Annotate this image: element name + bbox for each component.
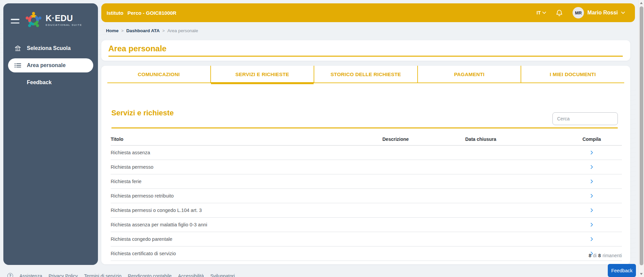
sidebar-item-label: Feedback bbox=[27, 79, 52, 86]
row-title: Richiesta ferie bbox=[111, 179, 382, 184]
app-logo[interactable]: K·EDU EDUCATIONAL SUITE bbox=[25, 11, 82, 29]
breadcrumb-separator: > bbox=[121, 29, 124, 33]
footer-link-privacy-policy[interactable]: Privacy Policy bbox=[49, 273, 78, 277]
breadcrumb: Home > Dashboard ATA > Area personale bbox=[106, 28, 198, 33]
tab-comunicazioni[interactable]: COMUNICAZIONI bbox=[107, 66, 210, 82]
sidebar-item-area-personale[interactable]: Area personale bbox=[8, 58, 93, 72]
table-row: Richiesta assenza per malattia figlio 0-… bbox=[111, 218, 622, 232]
table-row: Richiesta assenza bbox=[111, 146, 622, 160]
row-title: Richiesta assenza per malattia figlio 0-… bbox=[111, 222, 382, 227]
user-name: Mario Rossi bbox=[587, 10, 618, 16]
row-title: Richiesta permessi o congedo L.104 art. … bbox=[111, 208, 382, 213]
pagination-status: 8 di 8 rimanenti bbox=[589, 253, 622, 258]
breadcrumb-home[interactable]: Home bbox=[106, 28, 119, 33]
notifications-bell-icon[interactable] bbox=[555, 9, 563, 17]
footer: ? Assistenza Privacy Policy Termini di s… bbox=[7, 273, 235, 277]
column-data-chiusura: Data chiusura bbox=[465, 136, 561, 142]
section-title: Servizi e richieste bbox=[111, 109, 174, 117]
language-code: IT bbox=[537, 10, 541, 15]
tab-i-miei-documenti[interactable]: I MIEI DOCUMENTI bbox=[521, 66, 624, 82]
page-title-card: Area personale bbox=[101, 40, 630, 61]
feedback-button[interactable]: Feedback bbox=[608, 264, 636, 277]
user-menu[interactable]: MR Mario Rossi bbox=[573, 7, 625, 18]
row-title: Richiesta certificato di servizio bbox=[111, 251, 382, 256]
kedu-logo-icon bbox=[25, 11, 42, 29]
bank-icon bbox=[13, 45, 22, 52]
sidebar: K·EDU EDUCATIONAL SUITE Seleziona Scuola bbox=[3, 3, 98, 265]
tab-storico-delle-richieste[interactable]: STORICO DELLE RICHIESTE bbox=[314, 66, 417, 82]
footer-link-termini[interactable]: Termini di servizio bbox=[84, 273, 121, 277]
footer-link-assistenza[interactable]: Assistenza bbox=[19, 273, 42, 277]
row-title: Richiesta permesso retribuito bbox=[111, 193, 382, 199]
help-icon[interactable]: ? bbox=[7, 273, 13, 277]
logo-subtitle: EDUCATIONAL SUITE bbox=[46, 23, 82, 26]
table-row: Richiesta congedo parentale bbox=[111, 232, 622, 246]
footer-link-accessibilita[interactable]: Accessibilità bbox=[178, 273, 204, 277]
avatar: MR bbox=[573, 7, 584, 18]
institute-label: Istituto bbox=[107, 10, 123, 16]
sidebar-item-label: Seleziona Scuola bbox=[27, 45, 71, 51]
section-underline bbox=[111, 127, 618, 128]
sidebar-item-seleziona-scuola[interactable]: Seleziona Scuola bbox=[3, 41, 98, 56]
table-header-row: Titolo Descrizione Data chiusura Compila bbox=[111, 133, 622, 146]
breadcrumb-current: Area personale bbox=[167, 28, 198, 33]
chevron-down-icon bbox=[621, 11, 625, 14]
pagination-count: 8 bbox=[589, 253, 591, 258]
chevron-right-icon[interactable] bbox=[589, 222, 594, 227]
pagination-remaining-label: rimanenti bbox=[602, 253, 622, 258]
table-row: Richiesta permessi o congedo L.104 art. … bbox=[111, 203, 622, 218]
chevron-right-icon[interactable] bbox=[589, 236, 594, 242]
breadcrumb-dashboard-ata[interactable]: Dashboard ATA bbox=[126, 28, 160, 33]
scrollbar-up-arrow-icon[interactable] bbox=[640, 2, 643, 4]
main-content-card: COMUNICAZIONI SERVIZI E RICHIESTE STORIC… bbox=[101, 66, 630, 264]
scrollbar-down-arrow-icon[interactable] bbox=[640, 273, 643, 275]
sidebar-item-label: Area personale bbox=[27, 62, 66, 68]
institute-title: IstitutoPerco - GOIC81000R bbox=[107, 10, 176, 16]
hamburger-menu-icon[interactable] bbox=[11, 16, 19, 26]
top-header-bar: IstitutoPerco - GOIC81000R IT MR Mario R… bbox=[101, 3, 635, 22]
language-selector[interactable]: IT bbox=[537, 10, 546, 15]
table-row: Richiesta permesso bbox=[111, 160, 622, 174]
scrollbar-thumb[interactable] bbox=[640, 6, 643, 265]
tab-bar: COMUNICAZIONI SERVIZI E RICHIESTE STORIC… bbox=[107, 66, 624, 83]
pagination-total: 8 bbox=[598, 253, 601, 258]
column-compila: Compila bbox=[561, 136, 622, 142]
column-titolo: Titolo bbox=[111, 136, 382, 142]
tab-servizi-e-richieste[interactable]: SERVIZI E RICHIESTE bbox=[210, 66, 314, 82]
table-row: Richiesta ferie bbox=[111, 174, 622, 189]
chevron-down-icon bbox=[542, 11, 546, 14]
row-title: Richiesta congedo parentale bbox=[111, 236, 382, 242]
list-icon bbox=[13, 63, 22, 68]
institute-name: Perco - GOIC81000R bbox=[127, 10, 176, 16]
chevron-right-icon[interactable] bbox=[589, 193, 594, 199]
chevron-right-icon[interactable] bbox=[589, 150, 594, 155]
column-descrizione: Descrizione bbox=[382, 136, 465, 142]
search-input[interactable] bbox=[552, 112, 618, 125]
row-title: Richiesta assenza bbox=[111, 150, 382, 155]
vertical-scrollbar[interactable] bbox=[638, 0, 644, 277]
table-row: Richiesta permesso retribuito bbox=[111, 189, 622, 203]
footer-link-rendiconto[interactable]: Rendiconto contabile bbox=[128, 273, 172, 277]
sidebar-item-feedback[interactable]: Feedback bbox=[3, 75, 98, 90]
tab-pagamenti[interactable]: PAGAMENTI bbox=[417, 66, 521, 82]
chevron-right-icon[interactable] bbox=[589, 179, 594, 184]
row-title: Richiesta permesso bbox=[111, 164, 382, 170]
services-table: Titolo Descrizione Data chiusura Compila… bbox=[111, 133, 622, 261]
table-row: Richiesta certificato di servizio bbox=[111, 246, 622, 261]
sidebar-nav: Seleziona Scuola Area personale Feedback bbox=[3, 41, 98, 90]
breadcrumb-separator: > bbox=[162, 29, 165, 33]
chevron-right-icon[interactable] bbox=[589, 208, 594, 213]
title-underline bbox=[108, 56, 623, 57]
pagination-of-label: di bbox=[593, 253, 597, 258]
chevron-right-icon[interactable] bbox=[589, 164, 594, 170]
logo-title: K·EDU bbox=[46, 14, 82, 22]
footer-link-sviluppatori[interactable]: Sviluppatori bbox=[210, 273, 235, 277]
page-title: Area personale bbox=[108, 44, 166, 53]
